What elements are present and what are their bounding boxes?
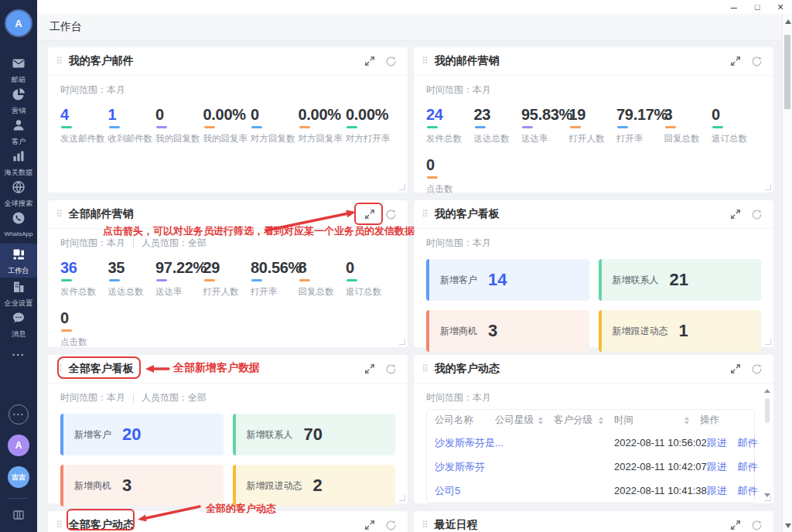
avatar[interactable]: A — [6, 11, 31, 36]
mail-link[interactable]: 邮件 — [738, 460, 758, 474]
pie-chart-icon — [12, 87, 26, 104]
stat-value: 24 — [426, 106, 474, 123]
follow-up-link[interactable]: 跟进 — [707, 484, 727, 498]
expand-icon[interactable] — [730, 56, 741, 66]
sort-icon[interactable] — [684, 417, 689, 425]
annotation-note-board: 全部新增客户数据 — [173, 361, 260, 375]
follow-up-link[interactable]: 跟进 — [707, 436, 727, 450]
account-avatar-a[interactable]: A — [8, 435, 29, 456]
mail-link[interactable]: 邮件 — [738, 484, 758, 498]
drag-handle-icon[interactable]: ⠿ — [422, 210, 428, 219]
col-company-star: 公司星级 — [495, 414, 554, 427]
stat-value: 8 — [299, 259, 346, 276]
refresh-icon[interactable] — [751, 209, 763, 220]
card-my-customer-activity: ⠿ 我的客户动态 时间范围：本月 公司名称 公司星级 客户分级 时间 — [414, 355, 773, 503]
time-range: 时间范围：本月 人员范围：全部 — [60, 237, 395, 250]
sidebar: A 邮箱 营销 客户 海关数据 全球搜索 WhatsApp 工作台 企业设置 消… — [0, 0, 37, 532]
maximize-button[interactable]: □ — [746, 0, 769, 14]
drag-handle-icon[interactable]: ⠿ — [422, 364, 428, 373]
stat-label: 对方回复数 — [251, 133, 299, 145]
stat-value: 97.22% — [155, 259, 203, 276]
sidebar-item-label: 客户 — [12, 138, 26, 145]
expand-icon[interactable] — [364, 363, 375, 374]
tile-value: 3 — [122, 476, 131, 496]
widget-grid: ⠿ 我的客户邮件 时间范围：本月 4发送邮件数 1收到邮件数 0我的回复数 0.… — [48, 47, 782, 532]
expand-icon[interactable] — [730, 209, 741, 220]
sidebar-item-global-search[interactable]: 全球搜索 — [0, 178, 37, 209]
stat-value: 1 — [108, 106, 156, 123]
expand-icon[interactable] — [364, 520, 375, 530]
refresh-icon[interactable] — [751, 56, 763, 67]
refresh-icon[interactable] — [385, 520, 397, 531]
minimize-button[interactable]: – — [722, 0, 746, 14]
card-all-email-marketing: ⠿ 全部邮件营销 时间范围：本月 人员范围：全部 36发件总数 35送达总数 9… — [48, 200, 408, 347]
drag-handle-icon[interactable]: ⠿ — [56, 364, 63, 373]
time-range-label: 时间范围： — [60, 84, 107, 97]
sidebar-item-marketing[interactable]: 营销 — [0, 85, 37, 116]
sidebar-item-messages[interactable]: 消息 — [0, 309, 37, 339]
customer-icon — [12, 118, 26, 135]
expand-icon[interactable] — [730, 520, 741, 530]
scrollbar-thumb[interactable] — [765, 398, 770, 423]
expand-icon[interactable] — [364, 56, 375, 66]
mail-link[interactable]: 邮件 — [738, 436, 758, 450]
scroll-up-icon[interactable] — [764, 389, 770, 393]
stat-underline — [346, 279, 357, 281]
follow-up-link[interactable]: 跟进 — [707, 460, 727, 474]
sidebar-item-workspace[interactable]: 工作台 — [0, 244, 37, 278]
sort-icon[interactable] — [599, 417, 603, 425]
expand-icon[interactable] — [730, 363, 741, 374]
company-link[interactable]: 沙发斯蒂芬是... — [435, 436, 495, 450]
refresh-icon[interactable] — [385, 56, 397, 67]
refresh-icon[interactable] — [751, 520, 763, 531]
sidebar-item-whatsapp[interactable]: WhatsApp — [0, 209, 37, 240]
more-accounts-button[interactable]: ··· — [9, 404, 29, 425]
drag-handle-icon[interactable]: ⠿ — [56, 210, 63, 219]
company-link[interactable]: 公司5 — [435, 484, 495, 498]
refresh-icon[interactable] — [385, 363, 397, 375]
sidebar-item-mail[interactable]: 邮箱 — [0, 54, 37, 85]
card-header: ⠿ 最近日程 — [414, 511, 773, 532]
sort-icon[interactable] — [538, 417, 543, 425]
close-button[interactable]: × — [769, 0, 792, 14]
stat-value: 0.00% — [346, 106, 394, 123]
drag-handle-icon[interactable]: ⠿ — [56, 56, 63, 66]
scroll-up-icon[interactable] — [785, 19, 791, 24]
drag-handle-icon[interactable]: ⠿ — [422, 520, 428, 530]
person-range-label: 人员范围： — [142, 237, 188, 250]
tile-new-contacts: 新增联系人70 — [233, 414, 396, 455]
sidebar-item-customers[interactable]: 客户 — [0, 116, 37, 147]
sidebar-item-customs-data[interactable]: 海关数据 — [0, 147, 37, 178]
card-title: 我的客户动态 — [435, 362, 500, 376]
stat-value: 35 — [108, 259, 156, 276]
refresh-icon[interactable] — [751, 363, 763, 375]
stat-underline — [251, 126, 262, 128]
time-range-label: 时间范围： — [426, 84, 473, 97]
sidebar-item-label: WhatsApp — [5, 231, 33, 237]
drag-handle-icon[interactable]: ⠿ — [422, 56, 428, 66]
scroll-down-icon[interactable] — [785, 523, 791, 528]
refresh-icon[interactable] — [385, 209, 397, 220]
scroll-down-icon[interactable] — [764, 493, 770, 497]
sidebar-item-label: 海关数据 — [5, 169, 33, 176]
scrollbar-thumb[interactable] — [784, 35, 790, 109]
company-link[interactable]: 沙发斯蒂芬 — [435, 460, 495, 474]
drag-handle-icon[interactable]: ⠿ — [56, 520, 63, 530]
card-scrollbar[interactable] — [763, 389, 771, 497]
sidebar-item-enterprise-settings[interactable]: 企业设置 — [0, 278, 37, 309]
page-scrollbar[interactable] — [782, 14, 792, 532]
stat-item: 8回复总数 — [299, 259, 346, 298]
apps-grid-icon[interactable] — [12, 509, 25, 524]
stat-value: 0.00% — [299, 106, 346, 123]
activity-table: 公司名称 公司星级 客户分级 时间 操作 沙发斯蒂芬是... 2022-08-1… — [426, 409, 755, 503]
account-avatar-jiji[interactable]: 吉吉 — [8, 466, 29, 488]
stat-item: 19打开人数 — [569, 106, 617, 145]
stat-label: 退订总数 — [346, 286, 394, 298]
expand-icon[interactable] — [364, 209, 375, 220]
sidebar-item-more[interactable]: ··· — [0, 339, 37, 370]
building-icon — [12, 280, 26, 297]
sidebar-item-label: 邮箱 — [12, 76, 26, 83]
stat-item: 3回复总数 — [664, 106, 712, 145]
stat-underline — [156, 279, 167, 281]
tile-value: 1 — [679, 321, 688, 341]
